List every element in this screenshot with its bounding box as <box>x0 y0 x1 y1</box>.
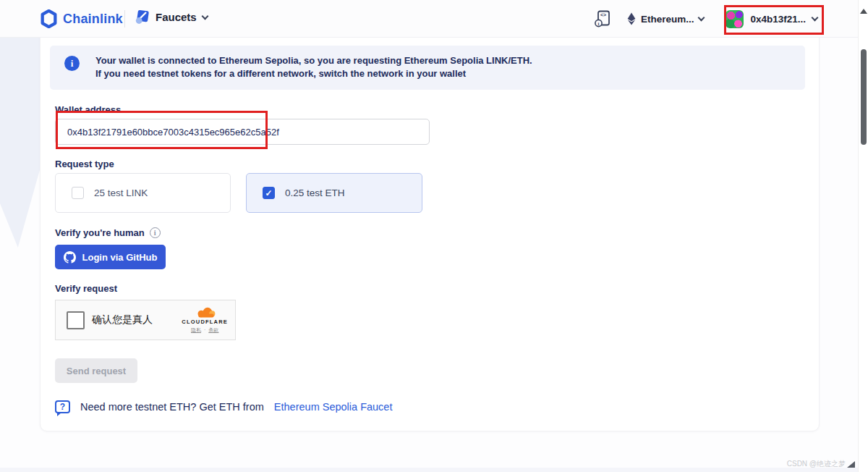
ethereum-icon <box>627 12 636 25</box>
scrollbar-thumb[interactable] <box>861 49 867 145</box>
question-bubble-icon <box>55 400 70 413</box>
vertical-scrollbar[interactable] <box>858 0 868 472</box>
connection-info-banner: Your wallet is connected to Ethereum Sep… <box>50 46 805 90</box>
chevron-down-icon <box>201 12 208 20</box>
chainlink-logo-link[interactable]: Chainlink <box>41 9 123 28</box>
checkbox-checked-icon[interactable] <box>263 187 275 199</box>
turnstile-checkbox[interactable] <box>67 311 85 329</box>
wallet-address-label: Wallet address <box>55 104 121 115</box>
wallet-avatar <box>726 10 744 28</box>
checkbox-unchecked-icon[interactable] <box>72 187 84 199</box>
banner-line2: If you need testnet tokens for a differe… <box>95 67 532 80</box>
nav-divider <box>124 10 125 28</box>
wallet-selector-label: 0x4b13f21... <box>750 14 806 25</box>
top-navbar: Chainlink Faucets <> i Ethereum... <box>0 0 868 38</box>
send-request-button[interactable]: Send request <box>55 358 137 383</box>
login-github-label: Login via GitHub <box>82 252 158 263</box>
cloudflare-logo-icon <box>193 307 216 318</box>
request-type-label: Request type <box>55 159 114 169</box>
network-selector-label: Ethereum... <box>641 14 694 25</box>
github-icon <box>64 251 76 264</box>
background-hexagon-decoration <box>0 38 40 248</box>
chevron-down-icon <box>812 14 819 22</box>
chevron-down-icon <box>698 14 705 22</box>
cloudflare-brand-text: CLOUDFLARE <box>182 319 228 325</box>
svg-text:<>: <> <box>600 12 606 17</box>
watermark-text: CSDN @绝迹之梦 <box>787 459 846 469</box>
svg-text:i: i <box>597 21 599 27</box>
sepolia-faucet-link[interactable]: Ethereum Sepolia Faucet <box>274 401 393 413</box>
option-test-link-label: 25 test LINK <box>94 187 148 198</box>
scrollbar-up-arrow-icon[interactable] <box>860 9 867 14</box>
brand-name: Chainlink <box>63 12 123 27</box>
page-bottom-strip <box>0 468 868 472</box>
network-selector[interactable]: Ethereum... <box>627 12 705 25</box>
info-icon <box>64 56 80 71</box>
option-test-eth[interactable]: 0.25 test ETH <box>246 173 422 213</box>
wallet-address-input[interactable] <box>55 119 430 145</box>
login-github-button[interactable]: Login via GitHub <box>55 245 166 269</box>
turnstile-checkbox-label: 确认您是真人 <box>92 313 182 326</box>
turnstile-link-separator: · <box>204 327 205 332</box>
resources-docs-button[interactable]: <> i <box>594 9 611 28</box>
faucets-icon <box>135 9 150 25</box>
faucet-form-card: Your wallet is connected to Ethereum Sep… <box>40 34 820 431</box>
option-test-link[interactable]: 25 test LINK <box>55 173 231 213</box>
wallet-account-selector[interactable]: 0x4b13f21... <box>720 6 823 33</box>
faucets-menu-label: Faucets <box>156 11 197 23</box>
verify-human-label: Verify you're human <box>55 227 145 238</box>
option-test-eth-label: 0.25 test ETH <box>285 187 345 198</box>
info-tooltip-icon[interactable] <box>150 227 161 238</box>
turnstile-privacy-link[interactable]: 隐私 <box>191 326 201 334</box>
turnstile-terms-link[interactable]: 条款 <box>208 326 218 334</box>
verify-request-label: Verify request <box>55 283 117 294</box>
cloudflare-turnstile-widget: 确认您是真人 CLOUDFLARE 隐私 · 条款 <box>55 300 236 340</box>
help-text: Need more testnet ETH? Get ETH from <box>80 401 264 413</box>
watermark: CSDN @绝迹之梦 <box>787 459 855 469</box>
faucets-menu[interactable]: Faucets <box>135 9 208 25</box>
docs-info-icon: <> i <box>594 9 611 28</box>
banner-line1: Your wallet is connected to Ethereum Sep… <box>95 54 532 67</box>
chainlink-hexagon-icon <box>41 9 57 28</box>
watermark-glyph <box>847 461 855 468</box>
